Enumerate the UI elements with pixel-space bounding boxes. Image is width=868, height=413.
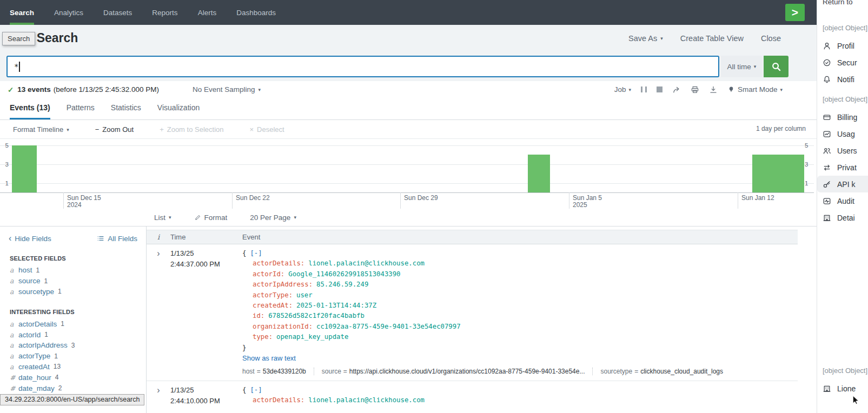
tab[interactable]: Patterns — [67, 103, 95, 119]
pause-icon[interactable] — [641, 86, 647, 92]
field-item[interactable]: a actorType 1 — [10, 351, 146, 362]
menu-item[interactable]: Detai — [817, 209, 868, 226]
expand-row-icon[interactable]: › — [147, 385, 170, 410]
histogram-bar[interactable] — [528, 155, 550, 192]
field-item[interactable]: # date_mday 2 — [10, 383, 146, 394]
menu-item[interactable]: Privat — [817, 159, 868, 176]
create-table-view-button[interactable]: Create Table View — [680, 34, 744, 43]
menu-item[interactable]: Usag — [817, 125, 868, 142]
format-timeline-menu[interactable]: Format Timeline ▾ — [13, 125, 69, 134]
event-meta-item[interactable]: sourcetype = clickhouse_cloud_audit_logs — [592, 368, 723, 375]
histogram-bar[interactable] — [752, 155, 804, 192]
json-value[interactable]: openapi_key_update — [276, 333, 348, 341]
nav-item[interactable]: Alerts — [198, 0, 217, 25]
event-sampling-menu[interactable]: No Event Sampling ▾ — [193, 85, 261, 94]
menu-item[interactable]: Secur — [817, 54, 868, 71]
event-clock-time: 2:44:10.000 PM — [170, 396, 238, 407]
json-key[interactable]: createdAt — [253, 302, 289, 309]
json-value[interactable]: 85.246.59.249 — [316, 281, 368, 288]
json-key[interactable]: type — [253, 333, 269, 341]
menu-item[interactable]: Notifi — [817, 71, 868, 88]
event-meta-item[interactable]: host = 53de4339120b — [242, 368, 306, 375]
deselect-button[interactable]: × Deselect — [250, 125, 284, 134]
nav-item[interactable]: Dashboards — [236, 0, 276, 25]
menu-item[interactable]: Billing — [817, 109, 868, 125]
person-icon — [823, 42, 831, 50]
open-brace: { — [242, 249, 246, 257]
menu-item[interactable]: Profil — [817, 37, 868, 54]
tab[interactable]: Events (13) — [10, 103, 50, 119]
menu-item[interactable]: Users — [817, 142, 868, 159]
search-button[interactable] — [764, 56, 789, 77]
share-icon[interactable] — [672, 85, 681, 94]
expand-row-icon[interactable]: › — [147, 248, 170, 375]
field-item[interactable]: a source 1 — [10, 276, 146, 287]
job-menu[interactable]: Job ▾ — [614, 85, 631, 94]
splunk-logo[interactable]: > — [785, 4, 805, 21]
stop-icon[interactable] — [657, 86, 662, 92]
x-axis-tick-label: Sun Dec 22 — [236, 195, 270, 202]
meta-value: https://api.clickhouse.cloud/v1/organiza… — [349, 368, 585, 375]
menu-item[interactable]: Audit — [817, 192, 868, 209]
close-button[interactable]: Close — [761, 34, 781, 43]
field-item[interactable]: a host 1 — [10, 265, 146, 276]
json-key[interactable]: organizationId — [253, 323, 309, 330]
tab-label: Visualization — [157, 103, 200, 112]
json-key[interactable]: actorType — [253, 291, 289, 299]
x-axis-tick — [232, 192, 233, 209]
zoom-out-button[interactable]: − Zoom Out — [95, 125, 134, 134]
return-to-link[interactable]: Return to — [823, 0, 853, 6]
field-item[interactable]: a createdAt 13 — [10, 362, 146, 372]
json-value[interactable]: cc1092aa-8775-459e-9401-33e54ec07997 — [316, 323, 461, 330]
nav-item[interactable]: Analytics — [54, 0, 83, 25]
success-check-icon: ✓ — [8, 85, 14, 94]
json-key[interactable]: actorDetails — [253, 259, 301, 267]
json-key[interactable]: actorIpAddress — [253, 281, 309, 288]
json-value[interactable]: Google_114602629918513043390 — [288, 270, 400, 278]
nav-item[interactable]: Reports — [152, 0, 177, 25]
chevron-left-icon: ‹ — [9, 234, 11, 243]
search-query-text: * — [14, 62, 18, 71]
show-raw-text-link[interactable]: Show as raw text — [242, 353, 798, 364]
zoom-to-selection-button[interactable]: + Zoom to Selection — [160, 125, 223, 134]
field-item[interactable]: a actorId 1 — [10, 329, 146, 340]
list-icon — [97, 235, 104, 242]
hide-fields-button[interactable]: ‹ Hide Fields — [9, 234, 51, 243]
json-value[interactable]: 2025-01-13T14:44:37Z — [296, 302, 376, 309]
time-range-picker[interactable]: All time ▾ — [721, 56, 763, 77]
json-value[interactable]: 678526d582c1f20fac4babfb — [268, 312, 365, 319]
field-count: 1 — [58, 288, 62, 295]
account-menu: [object Object] Profil Secur Notifi — [817, 16, 868, 397]
smart-mode-menu[interactable]: Smart Mode ▾ — [727, 85, 783, 94]
json-value[interactable]: lionel.palacin@clickhouse.com — [308, 259, 425, 267]
field-item[interactable]: a actorDetails 1 — [10, 318, 146, 329]
menu-item[interactable]: Lione — [817, 380, 868, 397]
tab[interactable]: Statistics — [111, 103, 141, 119]
field-item[interactable]: a sourcetype 1 — [10, 287, 146, 297]
print-icon[interactable] — [691, 85, 699, 94]
json-value[interactable]: lionel.palacin@clickhouse.com — [308, 396, 425, 404]
event-meta-item[interactable]: source = https://api.clickhouse.cloud/v1… — [314, 368, 585, 375]
search-input[interactable]: * — [6, 56, 719, 77]
tab[interactable]: Visualization — [157, 103, 200, 119]
field-type-prefix: a — [10, 320, 15, 328]
save-as-button[interactable]: Save As ▾ — [628, 34, 663, 43]
collapse-json-link[interactable]: [-] — [250, 386, 262, 394]
menu-item[interactable]: API k — [817, 176, 868, 192]
field-item[interactable]: # date_hour 4 — [10, 372, 146, 383]
histogram-bar[interactable] — [12, 145, 37, 192]
collapse-json-link[interactable]: [-] — [250, 249, 262, 257]
nav-item[interactable]: Search — [10, 0, 34, 25]
export-icon[interactable] — [709, 85, 718, 94]
per-page-menu[interactable]: 20 Per Page ▾ — [250, 214, 296, 222]
nav-item[interactable]: Datasets — [103, 0, 132, 25]
json-key[interactable]: actorDetails — [253, 396, 301, 404]
json-key[interactable]: id — [253, 312, 261, 319]
field-item[interactable]: a actorIpAddress 3 — [10, 340, 146, 351]
nav-item-label: Dashboards — [236, 9, 276, 17]
json-key[interactable]: actorId — [253, 270, 281, 278]
all-fields-button[interactable]: All Fields — [97, 234, 137, 243]
json-value[interactable]: user — [296, 291, 313, 299]
format-results-button[interactable]: Format — [194, 214, 228, 222]
list-view-menu[interactable]: List ▾ — [154, 214, 171, 222]
